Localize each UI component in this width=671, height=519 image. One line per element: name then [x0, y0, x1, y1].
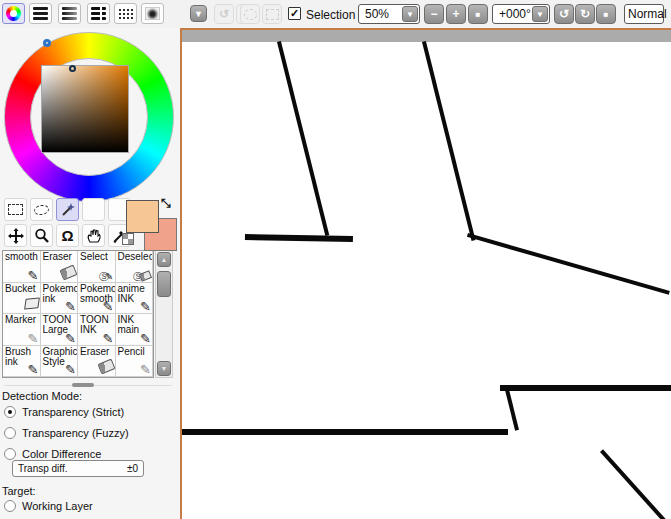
- selection-crop-icon: [266, 9, 279, 20]
- plus-icon: +: [452, 7, 459, 21]
- radio-transparency-fuzzy[interactable]: Transparency (Fuzzy): [4, 427, 129, 439]
- deselect-move-button[interactable]: [240, 4, 260, 24]
- tool-toon-ink[interactable]: TOON INK: [78, 314, 116, 346]
- eraser-icon: [61, 267, 76, 282]
- select-pen-icon: [99, 272, 113, 282]
- rgb-sliders-icon: [33, 7, 48, 20]
- hand-tool[interactable]: [82, 224, 105, 247]
- tool-grid-scrollbar[interactable]: ▲ ▼: [155, 250, 173, 378]
- tool-pencil[interactable]: Pencil: [116, 346, 154, 378]
- tool-brush-ink[interactable]: Brush ink: [3, 346, 41, 378]
- angle-dropdown-icon[interactable]: ▼: [532, 6, 548, 22]
- radio-working-layer[interactable]: Working Layer: [4, 500, 93, 512]
- rotate-view-tool[interactable]: Ω: [56, 224, 79, 247]
- hand-icon: [86, 228, 102, 244]
- rotate-view-icon: Ω: [61, 227, 73, 244]
- tool-eraser-2[interactable]: Eraser: [78, 346, 116, 378]
- tool-ink-main[interactable]: INK main: [116, 314, 154, 346]
- radio-icon: [4, 406, 16, 418]
- lasso-tool[interactable]: [30, 198, 53, 221]
- rotate-ccw-icon: ↺: [559, 7, 569, 21]
- transp-diff-slider[interactable]: Transp diff. ±0: [12, 460, 144, 477]
- panel-divider[interactable]: [0, 383, 180, 388]
- color-wheel-panel-button[interactable]: [2, 3, 25, 24]
- hsv-sliders-icon: [62, 7, 77, 20]
- tool-anime-ink[interactable]: anime INK: [116, 283, 154, 315]
- pen-icon: [28, 271, 39, 282]
- canvas-viewport[interactable]: [180, 28, 671, 519]
- panel-border-line: [467, 233, 670, 295]
- saturation-value-square[interactable]: [41, 65, 129, 153]
- scratchpad-panel-button[interactable]: [141, 3, 164, 24]
- rotate-reset-button[interactable]: ■: [596, 4, 616, 24]
- panel-dropdown-button[interactable]: ▼: [190, 5, 207, 22]
- rotate-cw-icon: ↻: [580, 7, 590, 21]
- rotate-ccw-button[interactable]: ↺: [554, 4, 574, 24]
- panel-border-line: [182, 429, 508, 435]
- square-icon: ■: [604, 10, 609, 19]
- zoom-dropdown-icon[interactable]: ▼: [402, 6, 418, 22]
- zoom-tool[interactable]: [30, 224, 53, 247]
- tool-pokemon-ink[interactable]: Pokemo ink: [41, 283, 79, 315]
- empty-tool-slot[interactable]: [82, 198, 105, 221]
- color-mixer-panel-button[interactable]: [87, 3, 110, 24]
- radio-icon: [4, 500, 16, 512]
- panel-border-line: [245, 234, 353, 242]
- transp-diff-label: Transp diff.: [13, 463, 127, 474]
- left-tool-panel: Ω ⤡ smooth Eraser Select Deselect Bucket…: [0, 28, 180, 519]
- radio-color-difference[interactable]: Color Difference: [4, 448, 101, 460]
- scroll-down-icon[interactable]: ▼: [157, 361, 171, 376]
- hsv-sliders-panel-button[interactable]: [58, 3, 81, 24]
- scroll-up-icon[interactable]: ▲: [157, 252, 171, 267]
- tool-select[interactable]: Select: [78, 251, 116, 283]
- move-tool[interactable]: [4, 224, 27, 247]
- tool-deselect[interactable]: Deselect: [116, 251, 154, 283]
- rect-select-tool[interactable]: [4, 198, 27, 221]
- square-icon: ■: [476, 10, 481, 19]
- tool-eraser[interactable]: Eraser: [41, 251, 79, 283]
- zoom-value: 50%: [359, 7, 401, 21]
- blend-mode-select[interactable]: Normal: [624, 4, 664, 24]
- divider-grip[interactable]: [72, 383, 94, 387]
- tool-smooth[interactable]: smooth: [3, 251, 41, 283]
- rgb-sliders-panel-button[interactable]: [29, 3, 52, 24]
- rotate-cw-button[interactable]: ↻: [575, 4, 595, 24]
- hue-marker[interactable]: [43, 39, 51, 47]
- foreground-color-swatch[interactable]: [126, 200, 159, 233]
- zoom-out-button[interactable]: −: [424, 4, 444, 24]
- undo-button[interactable]: ↺: [214, 4, 234, 24]
- deselect-eraser-icon: [133, 272, 151, 282]
- pencil-icon: [140, 365, 151, 376]
- tool-bucket[interactable]: Bucket: [3, 283, 41, 315]
- selection-float-icon: [244, 9, 257, 20]
- crop-selection-button[interactable]: [262, 4, 282, 24]
- angle-combo[interactable]: +000° ▼: [492, 4, 550, 24]
- zoom-reset-button[interactable]: ■: [468, 4, 488, 24]
- magnifier-icon: [34, 228, 50, 244]
- scrollbar-thumb[interactable]: [157, 271, 171, 297]
- magic-wand-tool[interactable]: [56, 198, 79, 221]
- transparent-color-icon[interactable]: [122, 233, 134, 245]
- target-label: Target:: [2, 485, 36, 497]
- blend-mode-value: Normal: [625, 7, 667, 21]
- tool-graphic-style[interactable]: Graphic Style: [41, 346, 79, 378]
- selection-checkbox[interactable]: ✓: [288, 7, 301, 20]
- radio-transparency-strict[interactable]: Transparency (Strict): [4, 406, 124, 418]
- radio-icon: [4, 448, 16, 460]
- pen-icon: [65, 365, 76, 376]
- swap-colors-icon[interactable]: ⤡: [161, 196, 171, 210]
- marker-icon: [28, 334, 39, 345]
- swatches-panel-button[interactable]: [114, 3, 137, 24]
- bucket-icon: [25, 298, 39, 313]
- check-icon: ✓: [290, 7, 299, 19]
- zoom-combo[interactable]: 50% ▼: [358, 4, 420, 24]
- angle-value: +000°: [493, 7, 531, 21]
- tool-toon-large[interactable]: TOON Large: [41, 314, 79, 346]
- tool-pokemon-smooth[interactable]: Pokemo smooth: [78, 283, 116, 315]
- custom-tool-grid: smooth Eraser Select Deselect Bucket Pok…: [2, 250, 154, 378]
- chevron-down-icon: ▼: [194, 9, 203, 19]
- pen-icon: [140, 302, 151, 313]
- saturation-value-marker[interactable]: [69, 65, 76, 72]
- tool-marker[interactable]: Marker: [3, 314, 41, 346]
- zoom-in-button[interactable]: +: [446, 4, 466, 24]
